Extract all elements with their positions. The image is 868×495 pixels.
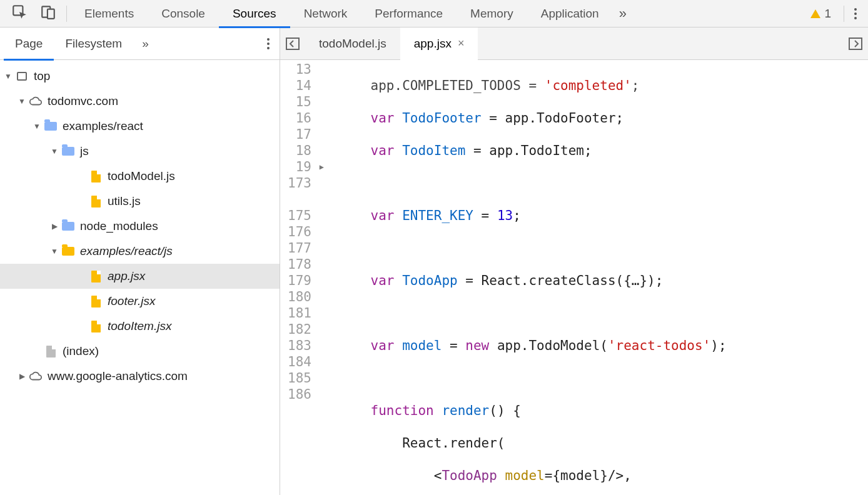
code-line — [339, 175, 868, 191]
folder-icon — [61, 247, 75, 256]
tree-domain-todomvc[interactable]: ▼ todomvc.com — [0, 89, 280, 114]
tab-sources[interactable]: Sources — [219, 0, 290, 28]
more-subtabs-button[interactable]: » — [133, 37, 158, 51]
sources-navigator: Page Filesystem » ▼ top ▼ todomvc.com ▼ — [0, 28, 280, 495]
devtools-menu-button[interactable] — [848, 8, 863, 19]
line-number[interactable]: 18 — [280, 142, 326, 159]
tree-file-todomodel[interactable]: todoModel.js — [0, 164, 280, 189]
tab-label: Performance — [375, 7, 443, 21]
file-icon — [89, 296, 103, 308]
line-number[interactable]: 183 — [280, 338, 326, 354]
inspect-element-button[interactable] — [5, 0, 34, 28]
code-line: var TodoApp = React.createClass({…}); — [339, 272, 868, 289]
tree-file-todoitem-jsx[interactable]: todoItem.jsx — [0, 314, 280, 339]
editor-tab-todomodel[interactable]: todoModel.js — [305, 28, 400, 60]
code-line: app.COMPLETED_TODOS = 'completed'; — [339, 78, 868, 94]
line-number[interactable]: 179 — [280, 272, 326, 289]
svg-rect-4 — [849, 38, 862, 49]
line-number[interactable]: 180 — [280, 289, 326, 305]
tab-performance[interactable]: Performance — [361, 0, 457, 28]
tree-label: (index) — [63, 344, 99, 358]
tree-domain-ga[interactable]: ▶ www.google-analytics.com — [0, 364, 280, 389]
line-number[interactable]: 175 — [280, 208, 326, 224]
file-icon — [89, 271, 103, 282]
breakpoint-line-number[interactable]: 174 — [280, 191, 326, 208]
tree-file-footer-jsx[interactable]: footer.jsx — [0, 289, 280, 314]
close-tab-button[interactable]: × — [458, 37, 465, 50]
tab-console[interactable]: Console — [148, 0, 219, 28]
editor-tab-app-jsx[interactable]: app.jsx × — [400, 28, 478, 60]
tree-file-utils[interactable]: utils.js — [0, 189, 280, 214]
subtab-page[interactable]: Page — [4, 28, 54, 60]
line-number[interactable]: 176 — [280, 224, 326, 240]
line-number[interactable]: 178 — [280, 256, 326, 272]
tree-label: js — [80, 144, 89, 158]
code-line: function render() { — [339, 402, 868, 419]
subtab-label: Page — [15, 37, 43, 51]
line-number[interactable]: 177 — [280, 240, 326, 256]
tree-label: app.jsx — [108, 269, 145, 283]
twisty-closed-icon: ▶ — [50, 222, 59, 231]
tree-folder-examples-react-js[interactable]: ▼ examples/react/js — [0, 239, 280, 264]
code-line — [339, 240, 868, 256]
code-line: React.render( — [339, 435, 868, 451]
line-number[interactable]: 19▶ — [280, 159, 326, 175]
warnings-badge[interactable]: 1 — [802, 7, 840, 21]
line-number[interactable]: 173 — [280, 175, 326, 191]
line-number[interactable]: 17 — [280, 126, 326, 142]
line-number[interactable]: 14 — [280, 78, 326, 94]
cloud-icon — [29, 371, 43, 381]
editor-tabbar: todoModel.js app.jsx × — [280, 28, 868, 60]
tree-file-index[interactable]: (index) — [0, 339, 280, 364]
line-gutter[interactable]: 13 14 15 16 17 18 19▶ 173 174 175 176 17… — [280, 60, 330, 495]
toggle-device-button[interactable] — [34, 0, 63, 28]
tree-folder-node-modules[interactable]: ▶ node_modules — [0, 214, 280, 239]
tree-label: examples/react/js — [80, 244, 173, 258]
tree-folder-examples-react[interactable]: ▼ examples/react — [0, 114, 280, 139]
svg-rect-2 — [48, 9, 54, 19]
tree-label: top — [34, 69, 50, 83]
tab-label: Network — [304, 7, 348, 21]
more-tabs-button[interactable]: » — [613, 0, 633, 28]
line-number[interactable]: 181 — [280, 305, 326, 321]
twisty-open-icon: ▼ — [50, 147, 59, 156]
subtab-filesystem[interactable]: Filesystem — [54, 28, 133, 60]
file-icon — [89, 196, 103, 208]
tree-label: www.google-analytics.com — [48, 369, 188, 383]
line-number[interactable]: 15 — [280, 94, 326, 110]
tab-application[interactable]: Application — [527, 0, 613, 28]
tree-folder-js[interactable]: ▼ js — [0, 139, 280, 164]
inspect-icon — [11, 4, 28, 23]
tree-label: utils.js — [108, 194, 141, 208]
folder-icon — [61, 222, 75, 231]
divider — [66, 6, 67, 22]
code-editor[interactable]: 13 14 15 16 17 18 19▶ 173 174 175 176 17… — [280, 60, 868, 495]
divider — [844, 6, 844, 22]
line-number[interactable]: 186 — [280, 386, 326, 402]
fold-toggle-icon[interactable]: ▶ — [320, 159, 324, 175]
tab-network[interactable]: Network — [290, 0, 361, 28]
toggle-navigator-button[interactable] — [280, 38, 305, 50]
tab-elements[interactable]: Elements — [71, 0, 148, 28]
tree-label: footer.jsx — [108, 294, 155, 308]
svg-rect-3 — [286, 38, 299, 49]
tree-label: todomvc.com — [48, 94, 118, 108]
tree-file-app-jsx[interactable]: app.jsx — [0, 264, 280, 289]
code-line: var TodoFooter = app.TodoFooter; — [339, 110, 868, 126]
tree-frame-top[interactable]: ▼ top — [0, 64, 280, 89]
tab-memory[interactable]: Memory — [457, 0, 527, 28]
twisty-open-icon: ▼ — [50, 247, 59, 256]
twisty-open-icon: ▼ — [33, 122, 41, 131]
line-number[interactable]: 184 — [280, 354, 326, 370]
line-number[interactable]: 182 — [280, 321, 326, 338]
line-number[interactable]: 13 — [280, 61, 326, 78]
twisty-closed-icon: ▶ — [18, 372, 26, 381]
code-content[interactable]: app.COMPLETED_TODOS = 'completed'; var T… — [330, 60, 868, 495]
tab-label: Console — [161, 7, 205, 21]
toggle-debugger-button[interactable] — [843, 38, 868, 50]
tab-label: Elements — [84, 7, 134, 21]
line-number[interactable]: 16 — [280, 110, 326, 126]
line-number[interactable]: 185 — [280, 370, 326, 386]
navigator-menu-button[interactable] — [261, 38, 276, 49]
warning-icon — [810, 9, 820, 18]
